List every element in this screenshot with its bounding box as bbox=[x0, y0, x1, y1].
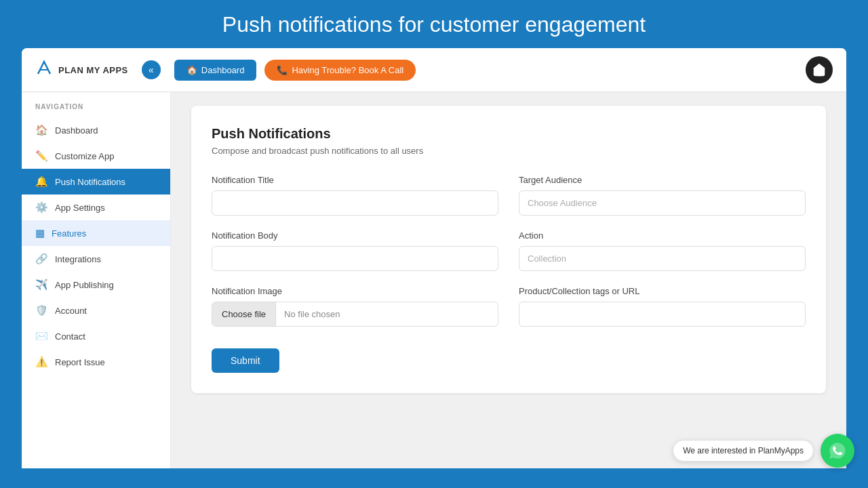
product-collection-group: Product/Collection tags or URL bbox=[519, 286, 806, 327]
collapse-sidebar-button[interactable]: « bbox=[142, 60, 161, 79]
sidebar-item-report-issue[interactable]: ⚠️ Report Issue bbox=[22, 349, 170, 375]
action-label: Action bbox=[519, 230, 806, 241]
push-notification-form-card: Push Notifications Compose and broadcast… bbox=[191, 106, 826, 393]
features-icon: ▦ bbox=[35, 227, 45, 239]
sidebar-item-account[interactable]: 🛡️ Account bbox=[22, 298, 170, 323]
sidebar-item-push-notifications[interactable]: 🔔 Push Notifications bbox=[22, 169, 170, 195]
whatsapp-tooltip: We are interested in PlanMyApps bbox=[673, 440, 814, 462]
submit-button[interactable]: Submit bbox=[212, 348, 279, 373]
report-icon: ⚠️ bbox=[35, 356, 48, 368]
customize-icon: ✏️ bbox=[35, 150, 48, 162]
whatsapp-button[interactable] bbox=[821, 434, 854, 468]
notification-body-label: Notification Body bbox=[212, 230, 498, 241]
content-area: NAVIGATION 🏠 Dashboard ✏️ Customize App … bbox=[22, 92, 846, 468]
bell-icon: 🔔 bbox=[35, 176, 48, 188]
integrations-icon: 🔗 bbox=[35, 253, 48, 265]
target-audience-label: Target Audience bbox=[519, 175, 806, 185]
sidebar-item-dashboard[interactable]: 🏠 Dashboard bbox=[22, 117, 170, 143]
product-collection-input[interactable] bbox=[519, 302, 806, 327]
target-audience-group: Target Audience bbox=[519, 175, 806, 216]
notification-image-label: Notification Image bbox=[212, 286, 498, 296]
main-content: Push Notifications Compose and broadcast… bbox=[171, 92, 846, 468]
sidebar-item-customize-app[interactable]: ✏️ Customize App bbox=[22, 143, 170, 169]
book-call-button[interactable]: 📞 Having Trouble? Book A Call bbox=[264, 60, 416, 81]
header-bar: PLAN MY APPS « 🏠 Dashboard 📞 Having Trou… bbox=[22, 48, 846, 92]
form-row-1: Notification Title Target Audience bbox=[212, 175, 806, 216]
sidebar-item-app-settings[interactable]: ⚙️ App Settings bbox=[22, 195, 170, 220]
top-banner: Push notifications for customer engageme… bbox=[0, 0, 868, 48]
product-collection-label: Product/Collection tags or URL bbox=[519, 286, 806, 296]
notification-body-group: Notification Body bbox=[212, 230, 498, 271]
home-icon: 🏠 bbox=[186, 65, 197, 75]
choose-file-button[interactable]: Choose file bbox=[212, 302, 276, 326]
logo-icon bbox=[35, 59, 53, 81]
logo-text: PLAN MY APPS bbox=[58, 65, 128, 75]
file-name-display: No file chosen bbox=[276, 302, 498, 326]
form-row-3: Notification Image Choose file No file c… bbox=[212, 286, 806, 327]
sidebar-item-contact[interactable]: ✉️ Contact bbox=[22, 323, 170, 349]
account-icon: 🛡️ bbox=[35, 304, 48, 317]
settings-icon: ⚙️ bbox=[35, 201, 48, 214]
target-audience-input[interactable] bbox=[519, 190, 806, 216]
dashboard-button[interactable]: 🏠 Dashboard bbox=[174, 60, 257, 81]
notification-title-input[interactable] bbox=[212, 190, 498, 216]
logo-area: PLAN MY APPS bbox=[35, 59, 128, 81]
publishing-icon: ✈️ bbox=[35, 279, 48, 291]
notification-body-input[interactable] bbox=[212, 246, 498, 271]
main-container: PLAN MY APPS « 🏠 Dashboard 📞 Having Trou… bbox=[22, 48, 846, 468]
sidebar-item-features[interactable]: ▦ Features bbox=[22, 220, 170, 246]
sidebar: NAVIGATION 🏠 Dashboard ✏️ Customize App … bbox=[22, 92, 171, 468]
banner-title: Push notifications for customer engageme… bbox=[0, 12, 868, 37]
action-group: Action bbox=[519, 230, 806, 271]
nav-label: NAVIGATION bbox=[22, 103, 170, 117]
phone-icon: 📞 bbox=[277, 65, 288, 75]
header-nav-buttons: 🏠 Dashboard 📞 Having Trouble? Book A Cal… bbox=[174, 60, 806, 81]
user-avatar[interactable] bbox=[806, 56, 833, 83]
file-input-container: Choose file No file chosen bbox=[212, 302, 498, 327]
sidebar-item-app-publishing[interactable]: ✈️ App Publishing bbox=[22, 272, 170, 298]
whatsapp-floating-area: We are interested in PlanMyApps bbox=[673, 434, 854, 468]
sidebar-item-integrations[interactable]: 🔗 Integrations bbox=[22, 246, 170, 272]
form-row-2: Notification Body Action bbox=[212, 230, 806, 271]
form-subtitle: Compose and broadcast push notifications… bbox=[212, 146, 806, 156]
notification-title-label: Notification Title bbox=[212, 175, 498, 185]
action-input[interactable] bbox=[519, 246, 806, 271]
notification-image-group: Notification Image Choose file No file c… bbox=[212, 286, 498, 327]
form-title: Push Notifications bbox=[212, 126, 806, 142]
dashboard-icon: 🏠 bbox=[35, 124, 48, 136]
contact-icon: ✉️ bbox=[35, 330, 48, 342]
notification-title-group: Notification Title bbox=[212, 175, 498, 216]
